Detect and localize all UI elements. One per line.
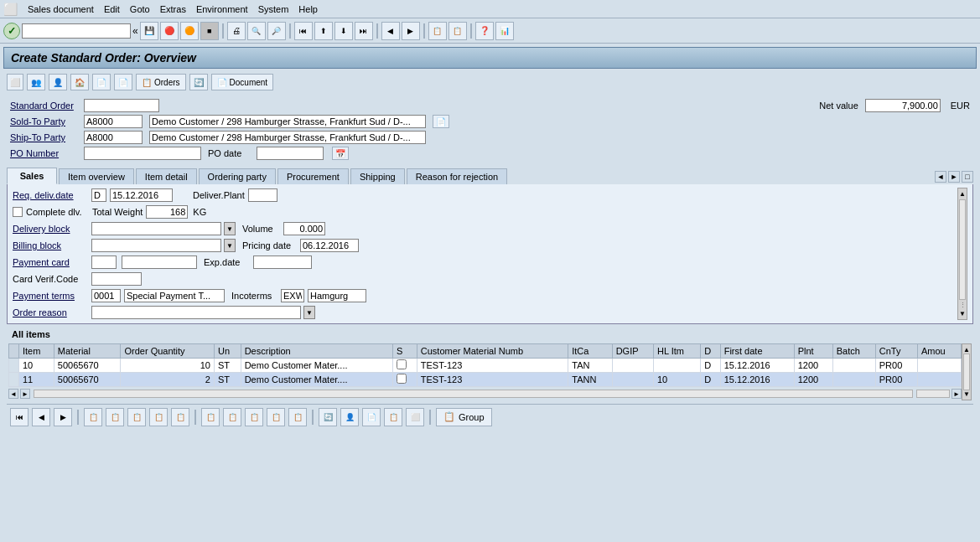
deliver-plant-input[interactable] — [248, 188, 277, 202]
sold-to-party-label[interactable]: Sold-To Party — [10, 116, 77, 126]
billing-block-input[interactable] — [91, 239, 221, 252]
items-scroll-down-button[interactable]: ▼ — [963, 390, 970, 398]
tab-ordering-party[interactable]: Ordering party — [199, 168, 276, 184]
tab-shipping[interactable]: Shipping — [350, 168, 405, 184]
next-page-button[interactable]: ⬇ — [334, 22, 353, 40]
req-deliv-date-d[interactable] — [91, 188, 106, 202]
ship-to-party-desc[interactable] — [149, 131, 426, 144]
table-row[interactable]: 11500656702STDemo Customer Mater....TEST… — [9, 373, 962, 387]
incoterms-text-input[interactable] — [308, 289, 366, 302]
help-button[interactable]: ❓ — [475, 22, 494, 40]
bottom-btn-9[interactable]: 📋 — [201, 408, 220, 426]
tab-maximize-button[interactable]: □ — [962, 171, 973, 183]
bottom-btn-7[interactable]: 📋 — [149, 408, 168, 426]
payment-terms-label[interactable]: Payment terms — [13, 291, 88, 301]
bottom-btn-13[interactable]: 📋 — [288, 408, 307, 426]
bottom-btn-1[interactable]: ⏮ — [10, 408, 29, 426]
save-button[interactable]: 💾 — [140, 22, 158, 40]
tab-reason-rejection[interactable]: Reason for rejection — [407, 168, 507, 184]
po-number-label[interactable]: PO Number — [10, 148, 77, 158]
payment-card-input1[interactable] — [91, 256, 117, 269]
ship-to-party-input[interactable] — [84, 131, 143, 144]
menu-goto[interactable]: Goto — [130, 4, 150, 14]
req-deliv-date-label[interactable]: Req. deliv.date — [13, 190, 88, 200]
sold-to-party-input[interactable] — [84, 115, 143, 128]
tab-scroll-right-button[interactable]: ► — [948, 171, 960, 183]
bottom-btn-4[interactable]: 📋 — [84, 408, 102, 426]
doc-button1[interactable]: 📄 — [92, 74, 111, 90]
find-next-button[interactable]: 🔎 — [267, 22, 286, 40]
orders-button[interactable]: 📋 Orders — [136, 74, 186, 90]
bottom-btn-3[interactable]: ▶ — [54, 408, 72, 426]
payment-card-input2[interactable] — [122, 256, 197, 269]
last-page-button[interactable]: ⏭ — [355, 22, 373, 40]
scroll-down-button[interactable]: ▼ — [959, 310, 966, 317]
total-weight-input[interactable] — [146, 205, 188, 219]
tab-item-detail[interactable]: Item detail — [136, 168, 197, 184]
tab-item-overview[interactable]: Item overview — [59, 168, 134, 184]
net-value-input[interactable] — [865, 99, 941, 112]
menu-sales-document[interactable]: Sales document — [28, 4, 94, 14]
bottom-btn-18[interactable]: ⬜ — [406, 408, 424, 426]
tab-content-scrollbar[interactable]: ▲ ⋮ ▼ — [957, 188, 967, 320]
payment-card-label[interactable]: Payment card — [13, 257, 88, 267]
menu-system[interactable]: System — [258, 4, 289, 14]
tab-sales[interactable]: Sales — [7, 168, 57, 184]
sold-to-party-icon[interactable]: 📄 — [433, 115, 449, 128]
scroll-up-button[interactable]: ▲ — [959, 190, 966, 198]
bottom-btn-14[interactable]: 🔄 — [319, 408, 337, 426]
bottom-btn-5[interactable]: 📋 — [106, 408, 124, 426]
partners-button[interactable]: 👥 — [27, 74, 45, 90]
bottom-btn-12[interactable]: 📋 — [267, 408, 285, 426]
bottom-btn-16[interactable]: 📄 — [362, 408, 381, 426]
stop-button[interactable]: ■ — [200, 22, 219, 40]
customize-button[interactable]: 📊 — [495, 22, 514, 40]
table-row[interactable]: 105006567010STDemo Customer Mater....TES… — [9, 359, 962, 373]
billing-block-label[interactable]: Billing block — [13, 240, 88, 250]
order-reason-label[interactable]: Order reason — [13, 307, 88, 317]
bottom-btn-11[interactable]: 📋 — [245, 408, 263, 426]
bottom-btn-10[interactable]: 📋 — [223, 408, 241, 426]
next-button[interactable]: ▶ — [402, 22, 420, 40]
prev-page-button[interactable]: ⬆ — [314, 22, 333, 40]
bottom-btn-15[interactable]: 👤 — [340, 408, 359, 426]
menu-extras[interactable]: Extras — [160, 4, 186, 14]
exp-date-input[interactable] — [253, 256, 312, 269]
delivery-block-label[interactable]: Delivery block — [13, 224, 88, 234]
sold-to-party-desc[interactable] — [149, 115, 426, 128]
payment-terms-desc[interactable] — [124, 289, 225, 302]
tab-scroll-left-button[interactable]: ◄ — [935, 171, 946, 183]
bottom-btn-8[interactable]: 📋 — [171, 408, 189, 426]
order-reason-input[interactable] — [91, 306, 301, 319]
nav-back-icon[interactable]: « — [132, 25, 138, 37]
ship-to-party-label[interactable]: Ship-To Party — [10, 132, 77, 142]
volume-input[interactable] — [283, 222, 325, 235]
card-verif-input[interactable] — [91, 272, 142, 286]
menu-environment[interactable]: Environment — [196, 4, 248, 14]
h-scroll-left-button[interactable]: ◄ — [8, 389, 18, 399]
customer-button[interactable]: 👤 — [49, 74, 67, 90]
items-scroll-up-button[interactable]: ▲ — [963, 346, 970, 354]
po-number-input[interactable] — [84, 147, 201, 160]
pricing-date-input[interactable] — [300, 239, 359, 252]
layout-2-button[interactable]: 📋 — [449, 22, 467, 40]
document-button[interactable]: 📄 Document — [211, 74, 274, 90]
command-input[interactable] — [22, 23, 131, 39]
local-menu-button[interactable]: ⬜ — [7, 74, 23, 90]
menu-help[interactable]: Help — [298, 4, 318, 14]
home-button[interactable]: 🏠 — [70, 74, 89, 90]
find-button[interactable]: 🔍 — [247, 22, 266, 40]
cancel-orange-button[interactable]: 🟠 — [180, 22, 199, 40]
bottom-btn-2[interactable]: ◀ — [32, 408, 50, 426]
refresh-button[interactable]: 🔄 — [189, 74, 208, 90]
layout-1-button[interactable]: 📋 — [428, 22, 447, 40]
menu-edit[interactable]: Edit — [104, 4, 120, 14]
delivery-block-input[interactable] — [91, 222, 221, 235]
po-date-icon[interactable]: 📅 — [332, 147, 349, 160]
req-deliv-date-input[interactable] — [110, 188, 173, 202]
prev-button[interactable]: ◀ — [381, 22, 400, 40]
billing-block-dropdown[interactable]: ▼ — [224, 239, 236, 252]
bottom-btn-6[interactable]: 📋 — [127, 408, 146, 426]
delivery-block-dropdown[interactable]: ▼ — [224, 222, 236, 235]
cancel-red-button[interactable]: 🔴 — [160, 22, 179, 40]
